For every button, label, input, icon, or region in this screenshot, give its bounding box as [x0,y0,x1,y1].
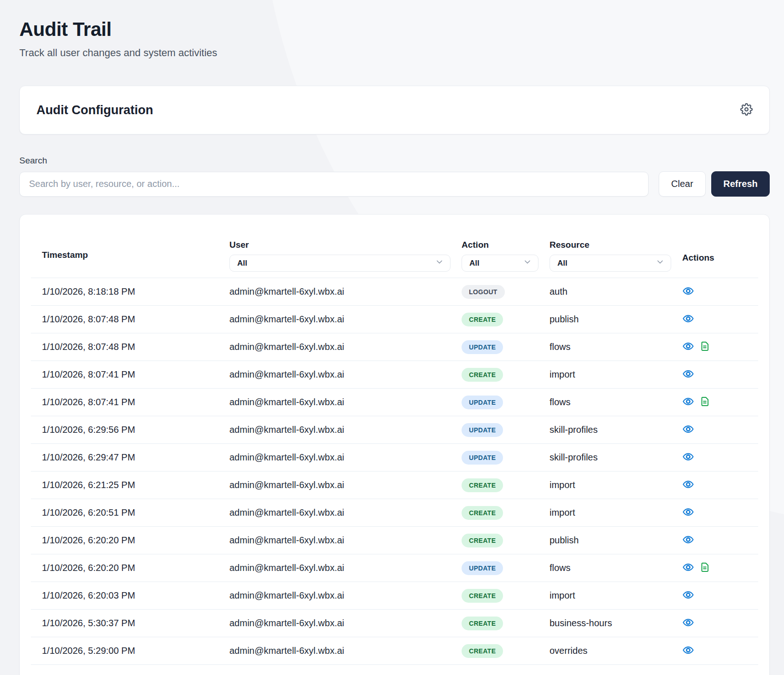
table-row: 1/10/2026, 8:07:48 PM admin@kmartell-6xy… [31,333,758,361]
row-timestamp: 1/10/2026, 6:20:51 PM [31,507,218,518]
eye-icon [682,589,694,602]
action-badge: CREATE [462,644,503,658]
view-details-button[interactable] [682,478,694,492]
eye-icon [682,478,694,492]
row-timestamp: 1/10/2026, 6:20:20 PM [31,535,218,546]
table-row: 1/10/2026, 6:21:25 PM admin@kmartell-6xy… [31,471,758,499]
action-badge: CREATE [462,617,503,630]
document-icon-button[interactable] [699,396,710,408]
row-timestamp: 1/10/2026, 8:07:48 PM [31,314,218,325]
page-title: Audit Trail [19,18,770,41]
row-user: admin@kmartell-6xyl.wbx.ai [218,314,451,325]
column-header-user: User [229,240,451,250]
eye-icon [682,644,694,658]
eye-icon [682,451,694,464]
eye-icon [682,617,694,630]
row-timestamp: 1/10/2026, 6:20:03 PM [31,590,218,601]
action-filter-value: All [469,259,480,268]
table-row: 1/10/2026, 6:20:03 PM admin@kmartell-6xy… [31,582,758,610]
document-icon-button[interactable] [699,562,710,574]
audit-table-card: Timestamp User All Action All [19,214,770,675]
row-resource: skill-profiles [538,452,671,463]
row-user: admin@kmartell-6xyl.wbx.ai [218,369,451,380]
action-badge: UPDATE [462,561,503,575]
document-icon [699,341,710,353]
row-timestamp: 1/10/2026, 5:30:37 PM [31,618,218,628]
row-resource: import [538,590,671,601]
view-details-button[interactable] [682,617,694,630]
eye-icon [682,561,694,575]
view-details-button[interactable] [682,368,694,381]
view-details-button[interactable] [682,561,694,575]
chevron-down-icon [655,257,665,269]
table-row: 1/10/2026, 5:30:37 PM admin@kmartell-6xy… [31,610,758,637]
row-timestamp: 1/10/2026, 5:29:00 PM [31,646,218,656]
view-details-button[interactable] [682,589,694,602]
row-timestamp: 1/10/2026, 8:18:18 PM [31,286,218,297]
column-header-action: Action [462,240,538,250]
view-details-button[interactable] [682,423,694,436]
view-details-button[interactable] [682,340,694,354]
column-header-actions: Actions [682,253,758,263]
view-details-button[interactable] [682,506,694,519]
resource-filter-select[interactable]: All [550,255,671,272]
action-badge: CREATE [462,368,503,382]
row-resource: publish [538,314,671,325]
eye-icon [682,368,694,381]
table-row: 1/10/2026, 6:29:56 PM admin@kmartell-6xy… [31,416,758,444]
row-resource: import [538,480,671,490]
table-row: 1/10/2026, 6:20:20 PM admin@kmartell-6xy… [31,554,758,582]
row-user: admin@kmartell-6xyl.wbx.ai [218,452,451,463]
action-badge: CREATE [462,589,503,603]
row-resource: publish [538,535,671,546]
settings-button[interactable] [740,103,753,117]
table-row: 1/10/2026, 8:07:41 PM admin@kmartell-6xy… [31,389,758,416]
resource-filter-value: All [557,259,568,268]
view-details-button[interactable] [682,285,694,298]
action-badge: UPDATE [462,423,503,437]
page-subtitle: Track all user changes and system activi… [19,47,770,59]
eye-icon [682,313,694,326]
row-user: admin@kmartell-6xyl.wbx.ai [218,342,451,352]
view-details-button[interactable] [682,396,694,409]
row-user: admin@kmartell-6xyl.wbx.ai [218,507,451,518]
row-timestamp: 1/10/2026, 8:07:41 PM [31,369,218,380]
eye-icon [682,340,694,354]
clear-button[interactable]: Clear [659,171,706,197]
audit-configuration-card: Audit Configuration [19,86,770,134]
view-details-button[interactable] [682,451,694,464]
row-user: admin@kmartell-6xyl.wbx.ai [218,535,451,546]
row-resource: import [538,369,671,380]
row-user: admin@kmartell-6xyl.wbx.ai [218,286,451,297]
row-resource: flows [538,563,671,573]
gear-icon [740,103,753,117]
search-label: Search [19,156,770,166]
column-header-resource: Resource [550,240,671,250]
document-icon [699,396,710,408]
user-filter-select[interactable]: All [229,255,451,272]
eye-icon [682,285,694,298]
view-details-button[interactable] [682,313,694,326]
action-filter-select[interactable]: All [462,255,538,272]
action-badge: CREATE [462,478,503,492]
action-badge: UPDATE [462,340,503,354]
eye-icon [682,506,694,519]
row-timestamp: 1/10/2026, 6:20:20 PM [31,563,218,573]
row-user: admin@kmartell-6xyl.wbx.ai [218,590,451,601]
document-icon-button[interactable] [699,341,710,353]
row-user: admin@kmartell-6xyl.wbx.ai [218,397,451,407]
audit-table-header: Timestamp User All Action All [31,215,758,278]
table-row: 1/10/2026, 6:29:47 PM admin@kmartell-6xy… [31,444,758,471]
row-user: admin@kmartell-6xyl.wbx.ai [218,618,451,628]
view-details-button[interactable] [682,644,694,658]
action-badge: LOGOUT [462,285,505,299]
row-user: admin@kmartell-6xyl.wbx.ai [218,480,451,490]
search-input[interactable] [19,172,649,197]
search-row: Clear Refresh [19,171,770,197]
refresh-button[interactable]: Refresh [711,171,770,197]
table-row: 1/10/2026, 8:07:41 PM admin@kmartell-6xy… [31,361,758,389]
chevron-down-icon [435,257,444,269]
row-resource: import [538,507,671,518]
table-row: 1/10/2026, 8:07:48 PM admin@kmartell-6xy… [31,306,758,333]
view-details-button[interactable] [682,534,694,547]
